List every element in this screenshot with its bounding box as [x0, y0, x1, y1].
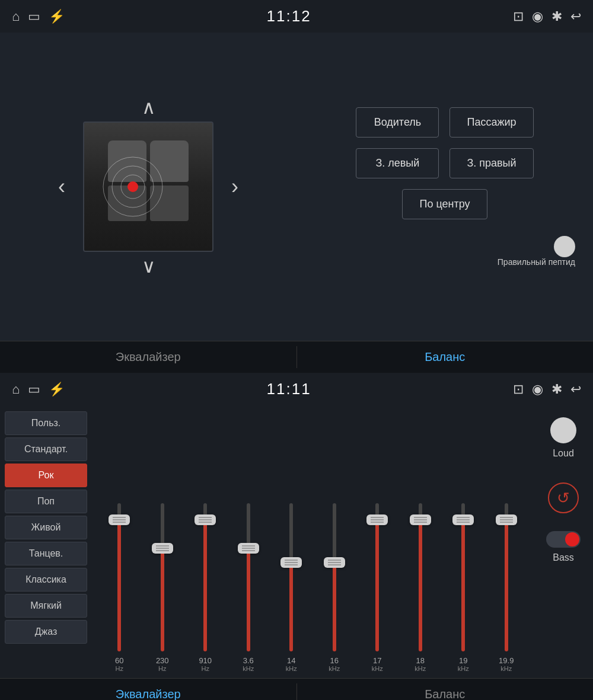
bottom-bluetooth-icon[interactable]: ✱ — [551, 382, 562, 397]
slider-4-container: 14 kHz — [280, 494, 302, 672]
bottom-back-icon[interactable]: ↩ — [570, 382, 581, 397]
arrow-up-button[interactable]: ∧ — [130, 93, 167, 122]
slider-2-handle[interactable] — [195, 514, 216, 525]
voditel-button[interactable]: Водитель — [356, 107, 439, 138]
slider-1-freq-label: 230 Hz — [156, 656, 169, 672]
preset-7-button[interactable]: Мягкий — [5, 594, 87, 618]
top-section: ⌂ ▭ ⚡ 11:12 ⊡ ◉ ✱ ↩ ∧ ‹ — [0, 0, 593, 373]
slider-7-handle-lines — [414, 519, 427, 520]
arrow-left-button[interactable]: ‹ — [46, 171, 77, 202]
slider-4-handle-lines — [285, 562, 298, 563]
cast-icon[interactable]: ⊡ — [513, 9, 524, 24]
back-icon[interactable]: ↩ — [570, 9, 581, 24]
slider-7-handle[interactable] — [410, 514, 431, 525]
slider-9-track-wrapper[interactable] — [496, 503, 517, 651]
slider-2-container: 910 Hz — [195, 494, 216, 672]
tab-balance-bottom[interactable]: Баланс — [297, 679, 594, 700]
slider-8-track-wrapper[interactable] — [452, 503, 474, 651]
slider-5-track-wrapper[interactable] — [324, 503, 345, 651]
tab-balance-top[interactable]: Баланс — [297, 341, 594, 373]
slider-7-track-wrapper[interactable] — [410, 503, 431, 651]
preset-2-button[interactable]: Рок — [5, 464, 87, 487]
slider-9-handle[interactable] — [496, 514, 517, 525]
sound-position-dot[interactable] — [127, 181, 138, 192]
bottom-usb-icon[interactable]: ⚡ — [49, 382, 65, 397]
bluetooth-icon[interactable]: ✱ — [551, 9, 562, 24]
preset-8-button[interactable]: Джаз — [5, 620, 87, 644]
balance-panel: ∧ ‹ — [0, 33, 593, 341]
slider-6-handle[interactable] — [366, 514, 388, 525]
slider-0-handle-lines — [113, 519, 126, 520]
slider-9-lower-track — [505, 525, 508, 651]
slider-3-track-wrapper[interactable] — [238, 503, 259, 651]
bottom-screen-icon[interactable]: ▭ — [28, 382, 40, 397]
reset-button[interactable]: ↺ — [548, 482, 579, 513]
slider-0-handle[interactable] — [109, 514, 130, 525]
slider-1-handle[interactable] — [152, 543, 173, 554]
slider-0-freq-label: 60 Hz — [115, 656, 123, 672]
preset-1-button[interactable]: Стандарт. — [5, 437, 87, 461]
location-icon[interactable]: ◉ — [532, 9, 543, 24]
po-centru-button[interactable]: По центру — [402, 189, 487, 219]
slider-5-upper-track — [333, 503, 336, 557]
loud-toggle-top[interactable] — [554, 236, 575, 257]
slider-4-freq-label: 14 kHz — [286, 656, 297, 672]
arrow-down-button[interactable]: ∨ — [130, 252, 167, 280]
preset-4-button[interactable]: Живой — [5, 516, 87, 539]
bottom-status-right: ⊡ ◉ ✱ ↩ — [513, 382, 581, 397]
bottom-location-icon[interactable]: ◉ — [532, 382, 543, 397]
home-icon[interactable]: ⌂ — [12, 9, 20, 24]
slider-5-freq-label: 16 kHz — [329, 656, 340, 672]
preset-3-button[interactable]: Поп — [5, 490, 87, 513]
slider-3-handle[interactable] — [238, 543, 259, 554]
tab-equalizer-bottom[interactable]: Эквалайзер — [0, 679, 296, 700]
bass-toggle[interactable] — [546, 531, 581, 548]
passajir-button[interactable]: Пассажир — [449, 107, 533, 138]
bottom-tabs-bar: Эквалайзер Баланс — [0, 678, 593, 700]
sliders-row: 60 Hz 230 Hz — [92, 411, 534, 672]
slider-1-handle-lines — [156, 548, 169, 549]
slider-1-container: 230 Hz — [152, 494, 173, 672]
zadniy-praviy-button[interactable]: З. правый — [449, 148, 533, 178]
bottom-cast-icon[interactable]: ⊡ — [513, 382, 524, 397]
tab-equalizer-top[interactable]: Эквалайзер — [0, 341, 296, 373]
slider-1-lower-track — [161, 554, 164, 651]
arrow-right-button[interactable]: › — [219, 171, 250, 202]
car-interior — [84, 123, 212, 251]
slider-8-handle[interactable] — [452, 514, 474, 525]
eq-sliders: 60 Hz 230 Hz — [92, 405, 534, 678]
slider-4-handle[interactable] — [280, 557, 302, 568]
screen-icon[interactable]: ▭ — [28, 9, 40, 24]
slider-5-handle[interactable] — [324, 557, 345, 568]
slider-3-lower-track — [247, 554, 250, 651]
slider-6-track-wrapper[interactable] — [366, 503, 388, 651]
mid-buttons-row: З. левый З. правый — [356, 148, 533, 178]
slider-8-lower-track — [461, 525, 465, 651]
slider-0-track-wrapper[interactable] — [109, 503, 130, 651]
slider-2-upper-track — [203, 503, 207, 514]
bottom-home-icon[interactable]: ⌂ — [12, 382, 20, 397]
top-tabs-bar: Эквалайзер Баланс — [0, 341, 593, 373]
top-buttons-row: Водитель Пассажир — [356, 107, 533, 138]
speaker-section: ∧ ‹ — [0, 33, 296, 341]
zadniy-leviy-button[interactable]: З. левый — [356, 148, 439, 178]
usb-icon[interactable]: ⚡ — [49, 9, 65, 24]
slider-3-handle-lines — [242, 548, 255, 549]
slider-1-track-wrapper[interactable] — [152, 503, 173, 651]
slider-2-track-wrapper[interactable] — [195, 503, 216, 651]
reset-icon: ↺ — [557, 489, 570, 507]
preset-0-button[interactable]: Польз. — [5, 411, 87, 435]
slider-9-upper-track — [505, 503, 508, 514]
preset-6-button[interactable]: Классика — [5, 568, 87, 592]
right-label-text: Правильный пептид — [498, 257, 575, 267]
slider-1-upper-track — [161, 503, 164, 543]
loud-toggle-button[interactable] — [550, 417, 576, 443]
speaker-nav: ‹ — [46, 122, 250, 252]
bass-section: Bass — [546, 531, 581, 563]
slider-8-upper-track — [461, 503, 465, 514]
slider-4-track-wrapper[interactable] — [280, 503, 302, 651]
slider-3-upper-track — [247, 503, 250, 543]
preset-5-button[interactable]: Танцев. — [5, 542, 87, 565]
top-time: 11:12 — [267, 7, 311, 25]
speaker-image[interactable] — [83, 122, 213, 252]
